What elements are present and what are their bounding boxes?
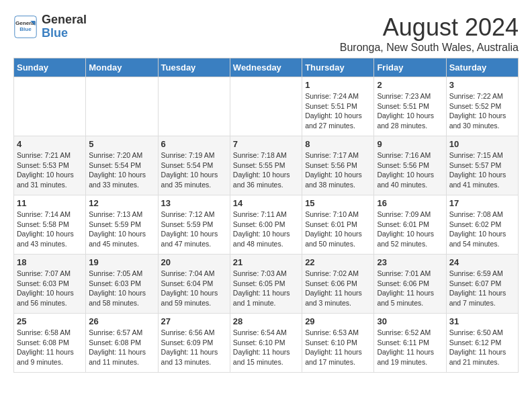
day-number: 7 (233, 139, 299, 149)
calendar-cell: 17Sunrise: 7:08 AM Sunset: 6:02 PM Dayli… (446, 195, 518, 255)
day-number: 19 (89, 257, 154, 267)
day-info: Sunrise: 6:52 AM Sunset: 6:11 PM Dayligh… (377, 328, 443, 367)
day-info: Sunrise: 7:10 AM Sunset: 6:01 PM Dayligh… (305, 210, 371, 249)
day-number: 9 (377, 139, 443, 149)
day-number: 1 (305, 80, 371, 90)
calendar-cell: 6Sunrise: 7:19 AM Sunset: 5:54 PM Daylig… (158, 136, 230, 195)
day-info: Sunrise: 7:16 AM Sunset: 5:56 PM Dayligh… (377, 150, 443, 190)
calendar-week-3: 11Sunrise: 7:14 AM Sunset: 5:58 PM Dayli… (14, 195, 519, 255)
day-number: 21 (233, 257, 299, 267)
calendar-cell: 21Sunrise: 7:03 AM Sunset: 6:05 PM Dayli… (230, 255, 302, 314)
calendar-cell: 10Sunrise: 7:15 AM Sunset: 5:57 PM Dayli… (446, 136, 518, 195)
day-info: Sunrise: 7:13 AM Sunset: 5:59 PM Dayligh… (89, 210, 154, 249)
calendar-week-1: 1Sunrise: 7:24 AM Sunset: 5:51 PM Daylig… (14, 77, 519, 136)
day-number: 31 (449, 316, 515, 326)
calendar-cell: 1Sunrise: 7:24 AM Sunset: 5:51 PM Daylig… (302, 77, 374, 136)
month-year-title: August 2024 (340, 13, 519, 42)
day-info: Sunrise: 7:01 AM Sunset: 6:06 PM Dayligh… (377, 269, 443, 308)
calendar-cell: 3Sunrise: 7:22 AM Sunset: 5:52 PM Daylig… (446, 77, 518, 136)
day-info: Sunrise: 7:05 AM Sunset: 6:03 PM Dayligh… (89, 269, 154, 308)
day-info: Sunrise: 6:59 AM Sunset: 6:07 PM Dayligh… (449, 269, 515, 308)
svg-text:Blue: Blue (19, 26, 32, 32)
day-number: 6 (161, 139, 227, 149)
day-number: 8 (305, 139, 371, 149)
day-number: 29 (305, 316, 371, 326)
calendar-cell: 9Sunrise: 7:16 AM Sunset: 5:56 PM Daylig… (374, 136, 446, 195)
day-info: Sunrise: 6:50 AM Sunset: 6:12 PM Dayligh… (449, 328, 515, 367)
day-info: Sunrise: 7:20 AM Sunset: 5:54 PM Dayligh… (89, 150, 154, 190)
day-number: 15 (305, 198, 371, 208)
day-number: 28 (233, 316, 299, 326)
calendar-cell (86, 77, 158, 136)
day-number: 13 (161, 198, 227, 208)
day-header-saturday: Saturday (446, 58, 518, 77)
day-number: 25 (17, 316, 83, 326)
calendar-header-row: SundayMondayTuesdayWednesdayThursdayFrid… (14, 58, 519, 77)
calendar-cell: 7Sunrise: 7:18 AM Sunset: 5:55 PM Daylig… (230, 136, 302, 195)
calendar-week-4: 18Sunrise: 7:07 AM Sunset: 6:03 PM Dayli… (14, 255, 519, 314)
day-header-sunday: Sunday (14, 58, 86, 77)
day-info: Sunrise: 7:23 AM Sunset: 5:51 PM Dayligh… (377, 91, 443, 131)
page-header: General Blue General Blue August 2024 Bu… (13, 13, 519, 54)
calendar-cell: 24Sunrise: 6:59 AM Sunset: 6:07 PM Dayli… (446, 255, 518, 314)
calendar-cell: 11Sunrise: 7:14 AM Sunset: 5:58 PM Dayli… (14, 195, 86, 255)
day-number: 23 (377, 257, 443, 267)
day-info: Sunrise: 6:58 AM Sunset: 6:08 PM Dayligh… (17, 328, 83, 367)
calendar-cell: 16Sunrise: 7:09 AM Sunset: 6:01 PM Dayli… (374, 195, 446, 255)
logo: General Blue General Blue (13, 13, 87, 40)
calendar-cell: 14Sunrise: 7:11 AM Sunset: 6:00 PM Dayli… (230, 195, 302, 255)
calendar-table: SundayMondayTuesdayWednesdayThursdayFrid… (13, 58, 519, 373)
calendar-cell: 26Sunrise: 6:57 AM Sunset: 6:08 PM Dayli… (86, 314, 158, 373)
logo-text: General Blue (42, 13, 87, 40)
calendar-cell: 12Sunrise: 7:13 AM Sunset: 5:59 PM Dayli… (86, 195, 158, 255)
day-info: Sunrise: 7:03 AM Sunset: 6:05 PM Dayligh… (233, 269, 299, 308)
location-title: Buronga, New South Wales, Australia (340, 42, 519, 54)
day-number: 17 (449, 198, 515, 208)
day-info: Sunrise: 6:53 AM Sunset: 6:10 PM Dayligh… (305, 328, 371, 367)
day-number: 24 (449, 257, 515, 267)
calendar-cell: 20Sunrise: 7:04 AM Sunset: 6:04 PM Dayli… (158, 255, 230, 314)
day-info: Sunrise: 7:09 AM Sunset: 6:01 PM Dayligh… (377, 210, 443, 249)
day-number: 18 (17, 257, 83, 267)
day-info: Sunrise: 7:07 AM Sunset: 6:03 PM Dayligh… (17, 269, 83, 308)
day-info: Sunrise: 7:17 AM Sunset: 5:56 PM Dayligh… (305, 150, 371, 190)
day-number: 5 (89, 139, 154, 149)
day-header-thursday: Thursday (302, 58, 374, 77)
day-number: 3 (449, 80, 515, 90)
day-header-wednesday: Wednesday (230, 58, 302, 77)
day-info: Sunrise: 6:54 AM Sunset: 6:10 PM Dayligh… (233, 328, 299, 367)
day-number: 12 (89, 198, 154, 208)
day-info: Sunrise: 7:14 AM Sunset: 5:58 PM Dayligh… (17, 210, 83, 249)
day-number: 4 (17, 139, 83, 149)
day-header-friday: Friday (374, 58, 446, 77)
logo-icon: General Blue (13, 15, 38, 39)
day-info: Sunrise: 7:24 AM Sunset: 5:51 PM Dayligh… (305, 91, 371, 131)
title-area: August 2024 Buronga, New South Wales, Au… (340, 13, 519, 54)
day-info: Sunrise: 6:56 AM Sunset: 6:09 PM Dayligh… (161, 328, 227, 367)
calendar-cell: 15Sunrise: 7:10 AM Sunset: 6:01 PM Dayli… (302, 195, 374, 255)
calendar-cell: 28Sunrise: 6:54 AM Sunset: 6:10 PM Dayli… (230, 314, 302, 373)
day-info: Sunrise: 7:18 AM Sunset: 5:55 PM Dayligh… (233, 150, 299, 190)
calendar-cell: 23Sunrise: 7:01 AM Sunset: 6:06 PM Dayli… (374, 255, 446, 314)
calendar-cell: 29Sunrise: 6:53 AM Sunset: 6:10 PM Dayli… (302, 314, 374, 373)
day-info: Sunrise: 7:08 AM Sunset: 6:02 PM Dayligh… (449, 210, 515, 249)
calendar-week-2: 4Sunrise: 7:21 AM Sunset: 5:53 PM Daylig… (14, 136, 519, 195)
calendar-cell: 18Sunrise: 7:07 AM Sunset: 6:03 PM Dayli… (14, 255, 86, 314)
day-header-monday: Monday (86, 58, 158, 77)
calendar-cell: 19Sunrise: 7:05 AM Sunset: 6:03 PM Dayli… (86, 255, 158, 314)
calendar-cell: 5Sunrise: 7:20 AM Sunset: 5:54 PM Daylig… (86, 136, 158, 195)
day-info: Sunrise: 7:04 AM Sunset: 6:04 PM Dayligh… (161, 269, 227, 308)
calendar-cell (14, 77, 86, 136)
day-info: Sunrise: 7:21 AM Sunset: 5:53 PM Dayligh… (17, 150, 83, 190)
day-number: 22 (305, 257, 371, 267)
day-number: 20 (161, 257, 227, 267)
calendar-cell: 27Sunrise: 6:56 AM Sunset: 6:09 PM Dayli… (158, 314, 230, 373)
day-number: 30 (377, 316, 443, 326)
calendar-cell (230, 77, 302, 136)
day-number: 27 (161, 316, 227, 326)
day-info: Sunrise: 7:15 AM Sunset: 5:57 PM Dayligh… (449, 150, 515, 190)
calendar-cell: 4Sunrise: 7:21 AM Sunset: 5:53 PM Daylig… (14, 136, 86, 195)
day-info: Sunrise: 7:02 AM Sunset: 6:06 PM Dayligh… (305, 269, 371, 308)
day-number: 14 (233, 198, 299, 208)
calendar-cell: 30Sunrise: 6:52 AM Sunset: 6:11 PM Dayli… (374, 314, 446, 373)
